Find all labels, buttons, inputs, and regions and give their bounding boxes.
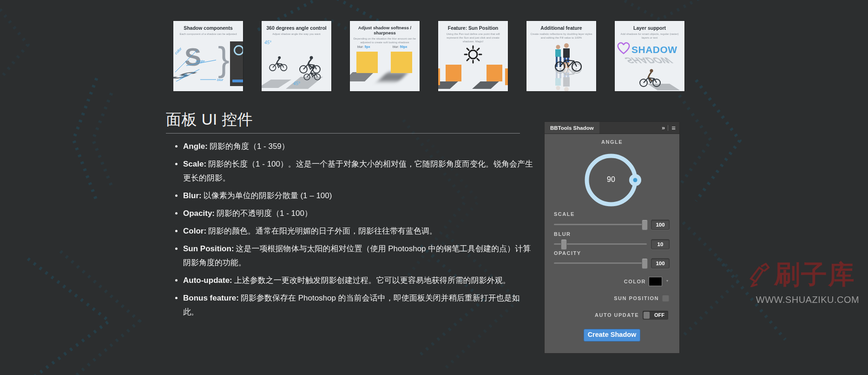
brush-icon [747,263,771,287]
list-item-sun-position: Sun Position:这是一项根据物体与太阳的相对位置（使用 Photosh… [183,242,534,270]
couple-with-bike-illustration [526,37,596,91]
sun-position-label: SUN POSITION [614,295,659,301]
layer-support-art: SHADOW SHADOW [615,37,684,91]
opacity-label: OPACITY [554,250,581,256]
opacity-value-field[interactable]: 100 [651,258,670,268]
header-separator [668,125,668,131]
angle-dial[interactable]: 90 [579,147,644,213]
heart-icon [616,40,631,56]
card-title: Additional feature [526,25,596,31]
opacity-slider-thumb[interactable] [642,258,648,269]
opacity-slider[interactable] [554,262,647,264]
card-title: Shadow components [173,25,243,31]
angle-label-2: 45° [293,81,300,86]
list-item-scale: Scale:阴影的长度（1 - 100）。这是一个基于对象大小的相对值，它随阴影… [183,157,534,185]
list-item-bonus-feature: Bonus feature:阴影参数保存在 Photoshop 的当前会话中，即… [183,291,534,319]
color-dropdown-icon[interactable]: ▾ [666,279,668,283]
color-swatch[interactable] [649,277,662,286]
annotation-angle: angle [196,59,205,63]
soft-shadow [378,72,408,81]
brace-glyph: } [218,40,230,79]
card-title: 360 degrees angle control [262,25,331,31]
angle-value: 90 [579,175,644,184]
heading-divider [166,133,520,134]
feature-gallery: Shadow components Each component of a sh… [173,21,684,91]
thumbnail-shadow-components[interactable]: Shadow components Each component of a sh… [173,21,243,91]
panel-header: BBTools Shadow » ≡ [545,122,679,134]
blur-right-label: blur: 50px [393,45,408,48]
color-label: COLOR [624,279,646,284]
card-title: Layer support [615,25,684,31]
create-shadow-button[interactable]: Create Shadow [584,329,640,342]
blur-left-label: blur: 5px [357,45,370,48]
page-title: 面板 UI 控件 [166,109,253,130]
shadow-word: SHADOW [631,44,677,55]
thumbnail-sun-position[interactable]: Feature: Sun Position Using the Pen tool… [438,21,508,91]
card-title: Adjust shadow softness / sharpness [350,25,420,35]
list-item-auto-update: Auto-update:上述参数之一更改时触发阴影创建过程。它可以更容易地获得所… [183,274,534,288]
auto-update-label: AUTO UPDATE [595,312,639,318]
angle-label: ANGLE [545,139,679,145]
page: Shadow components Each component of a sh… [0,0,868,375]
list-item-color: Color:阴影的颜色。通常在阳光明媚的日子外面，阴影往往带有蓝色调。 [183,224,534,238]
list-item-angle: Angle:阴影的角度（1 - 359） [183,140,534,154]
auto-update-toggle-knob[interactable] [644,312,650,319]
watermark-site: WWW.SHUAZIKU.COM [747,295,868,305]
card-subtitle: Each component of a shadow can be adjust… [173,32,243,36]
thumbnail-angle-control[interactable]: 360 degrees angle control Adjust shadow … [262,21,331,91]
mini-panel-preview [230,41,243,86]
blur-value-field[interactable]: 10 [651,239,670,249]
auto-update-toggle[interactable]: OFF [643,311,668,320]
thumbnail-layer-support[interactable]: Layer support Add shadows for smart obje… [615,21,684,91]
angle-control-art: 45° 45° [262,37,331,91]
reflection-art [526,37,596,91]
bbtools-shadow-panel: BBTools Shadow » ≡ ANGLE 90 SCALE 100 BL… [545,122,679,353]
cyclist-illustration [615,63,684,91]
orange-cube-edge-right [505,68,508,85]
yellow-square-right [391,52,412,73]
scale-slider-thumb[interactable] [642,220,648,230]
orange-cube-right [487,65,502,81]
yellow-square-left [356,52,378,73]
feature-list: Angle:阴影的角度（1 - 359） Scale:阴影的长度（1 - 100… [173,140,534,323]
angle-label-1: 45° [264,40,271,45]
thumbnail-additional-feature[interactable]: Additional feature Create realistic refl… [526,21,596,91]
auto-update-state: OFF [654,311,664,320]
watermark-brand: 刷子库 [774,257,855,293]
orange-cube-left [446,65,461,81]
card-title: Feature: Sun Position [438,25,508,31]
sun-position-art [438,37,508,91]
softness-art: blur: 5px blur: 50px [350,37,420,91]
panel-tab-label: BBTools Shadow [550,125,594,131]
sun-position-checkbox[interactable] [662,295,669,301]
shadow-components-art: S S color angle scale blur } [173,37,243,91]
mini-angle-dial [234,45,243,55]
orange-cube-edge-left [438,68,440,85]
mini-create-button [232,80,243,82]
watermark: 刷子库 WWW.SHUAZIKU.COM [747,257,868,305]
panel-tab[interactable]: BBTools Shadow [545,122,599,134]
panel-menu-icon[interactable]: ≡ [671,124,676,132]
blur-label: BLUR [554,231,571,237]
cyclists-illustration: 45° 45° [262,37,331,91]
scale-label: SCALE [554,211,575,217]
scale-slider[interactable] [554,224,647,225]
sharp-shadow [350,72,374,81]
collapse-panel-icon[interactable]: » [662,124,664,131]
list-item-blur: Blur:以像素为单位的阴影分散量 (1 – 100) [183,189,534,203]
thumbnail-softness[interactable]: Adjust shadow softness / sharpness Depen… [350,21,420,91]
blur-slider-thumb[interactable] [561,239,567,250]
blur-slider[interactable] [554,243,647,245]
scale-value-field[interactable]: 100 [651,220,670,230]
list-item-opacity: Opacity:阴影的不透明度（1 - 100） [183,207,534,221]
card-subtitle: Adjust shadow angle the way you want [262,32,331,36]
